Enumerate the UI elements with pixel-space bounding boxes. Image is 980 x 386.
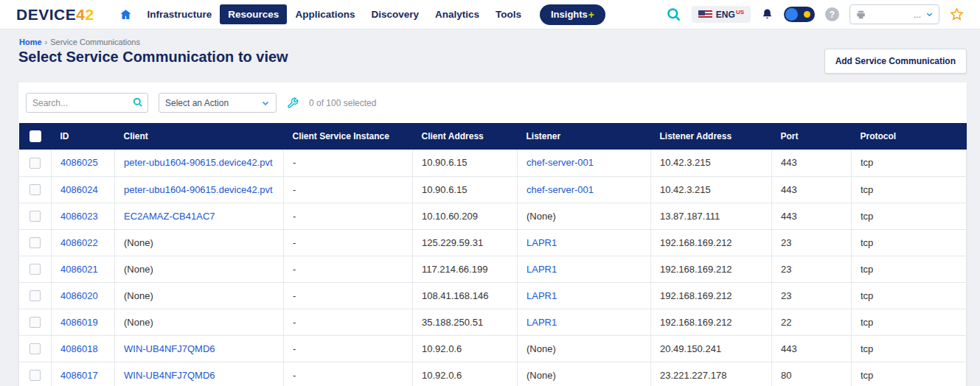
top-navbar: DEVICE42 InfrastructureResourcesApplicat… — [0, 0, 980, 29]
client-link[interactable]: EC2AMAZ-CB41AC7 — [124, 211, 215, 222]
printer-icon — [855, 10, 866, 20]
breadcrumb-home-link[interactable]: Home — [19, 38, 42, 46]
protocol-text: tcp — [861, 317, 873, 328]
row-checkbox[interactable] — [29, 317, 41, 328]
listener-address-text: 10.42.3.215 — [660, 184, 711, 195]
table-row: 4086022(None)-125.229.59.31LAPR1192.168.… — [19, 229, 967, 256]
listener-link[interactable]: LAPR1 — [527, 317, 557, 328]
listener-link[interactable]: LAPR1 — [527, 290, 557, 301]
breadcrumb-separator: › — [45, 38, 48, 46]
client-service-instance-text: - — [293, 370, 296, 381]
client-link[interactable]: peter-ubu1604-90615.device42.pvt — [124, 184, 273, 195]
column-header: Listener — [518, 123, 651, 150]
row-checkbox[interactable] — [29, 158, 41, 169]
insights-label: Insights — [551, 9, 588, 20]
client-link[interactable]: WIN-UB4NFJ7QMD6 — [124, 370, 215, 381]
action-select-value: Select an Action — [165, 98, 229, 108]
column-header: Port — [772, 123, 852, 150]
search-input[interactable] — [26, 93, 148, 113]
port-text: 443 — [781, 211, 797, 222]
service-communications-table: IDClientClient Service InstanceClient Ad… — [18, 123, 967, 386]
navbar-right-group: ENGUS ? ... — [667, 4, 964, 24]
device42-logo[interactable]: DEVICE42 — [16, 6, 94, 24]
client-address-text: 35.188.250.51 — [422, 317, 483, 328]
table-header-row: IDClientClient Service InstanceClient Ad… — [19, 123, 967, 150]
row-checkbox[interactable] — [29, 237, 41, 248]
listener-text: (None) — [527, 211, 556, 222]
theme-toggle[interactable] — [784, 7, 815, 22]
id-link-link[interactable]: 4086023 — [60, 211, 98, 222]
selection-status: 0 of 100 selected — [309, 98, 376, 108]
row-checkbox[interactable] — [29, 184, 41, 195]
printer-dropdown[interactable]: ... — [849, 4, 939, 24]
client-address-text: 10.90.6.15 — [422, 157, 467, 168]
client-link[interactable]: WIN-UB4NFJ7QMD6 — [124, 343, 215, 354]
chevron-down-icon — [925, 10, 934, 18]
id-link-link[interactable]: 4086025 — [60, 157, 98, 168]
client-text: (None) — [124, 237, 153, 248]
listener-text: (None) — [527, 343, 556, 354]
row-checkbox[interactable] — [29, 343, 41, 354]
client-link[interactable]: peter-ubu1604-90615.device42.pvt — [124, 157, 273, 168]
nav-item-infrastructure[interactable]: Infrastructure — [139, 4, 220, 24]
listener-address-text: 13.87.187.111 — [660, 211, 720, 222]
logo-device-text: DEVICE — [16, 6, 76, 24]
id-link-link[interactable]: 4086017 — [60, 370, 98, 381]
nav-item-tools[interactable]: Tools — [487, 4, 529, 24]
breadcrumb-current: Service Communications — [50, 38, 140, 46]
table-row: 4086017WIN-UB4NFJ7QMD6-10.92.0.6(None)23… — [19, 362, 967, 386]
column-header: Client — [115, 123, 284, 150]
protocol-text: tcp — [861, 184, 873, 195]
logo-two-text: 2 — [85, 6, 94, 24]
nav-item-discovery[interactable]: Discovery — [363, 4, 427, 24]
logo-four-text: 4 — [76, 6, 85, 24]
client-service-instance-text: - — [293, 343, 296, 354]
id-link-link[interactable]: 4086021 — [60, 264, 98, 275]
select-all-checkbox[interactable] — [29, 130, 41, 142]
column-header: Client Address — [413, 123, 518, 150]
client-text: (None) — [124, 290, 153, 301]
id-link-link[interactable]: 4086024 — [60, 184, 98, 195]
language-region: US — [736, 9, 744, 15]
wrench-icon[interactable] — [287, 97, 299, 109]
add-service-communication-button[interactable]: Add Service Communication — [824, 49, 967, 74]
insights-button[interactable]: Insights + — [540, 4, 605, 25]
table-row: 4086023EC2AMAZ-CB41AC7-10.10.60.209(None… — [19, 203, 967, 229]
listener-link[interactable]: LAPR1 — [527, 264, 557, 275]
listener-link[interactable]: chef-server-001 — [527, 157, 594, 168]
global-search-icon[interactable] — [667, 7, 681, 22]
help-icon[interactable]: ? — [825, 7, 839, 21]
id-link-link[interactable]: 4086019 — [60, 317, 98, 328]
client-address-text: 117.214.66.199 — [422, 264, 487, 275]
table-row: 4086024peter-ubu1604-90615.device42.pvt-… — [19, 176, 967, 203]
row-checkbox[interactable] — [29, 290, 41, 301]
notifications-bell-icon[interactable] — [761, 8, 774, 21]
row-checkbox[interactable] — [29, 264, 41, 275]
action-select[interactable]: Select an Action — [159, 93, 277, 113]
home-icon[interactable] — [119, 8, 132, 21]
port-text: 23 — [781, 290, 791, 301]
table-row: 4086019(None)-35.188.250.51LAPR1192.168.… — [19, 309, 967, 335]
client-service-instance-text: - — [293, 211, 296, 222]
client-service-instance-text: - — [293, 317, 296, 328]
nav-item-resources[interactable]: Resources — [220, 4, 287, 24]
us-flag-icon — [698, 10, 712, 19]
row-checkbox[interactable] — [29, 211, 41, 222]
listener-link[interactable]: chef-server-001 — [527, 184, 594, 195]
port-text: 443 — [781, 343, 797, 354]
table-row: 4086021(None)-117.214.66.199LAPR1192.168… — [19, 256, 967, 282]
protocol-text: tcp — [861, 343, 873, 354]
id-link-link[interactable]: 4086022 — [60, 237, 98, 248]
nav-item-analytics[interactable]: Analytics — [427, 4, 487, 24]
nav-item-applications[interactable]: Applications — [287, 4, 363, 24]
id-link-link[interactable]: 4086020 — [60, 290, 98, 301]
language-selector[interactable]: ENGUS — [692, 6, 751, 23]
listener-address-text: 192.168.169.212 — [660, 264, 732, 275]
breadcrumb: Home›Service Communications — [0, 29, 980, 46]
listener-address-text: 192.168.169.212 — [660, 317, 732, 328]
port-text: 443 — [781, 157, 797, 168]
favorite-star-icon[interactable] — [950, 7, 964, 21]
row-checkbox[interactable] — [29, 370, 41, 381]
id-link-link[interactable]: 4086018 — [60, 343, 98, 354]
listener-link[interactable]: LAPR1 — [527, 237, 557, 248]
